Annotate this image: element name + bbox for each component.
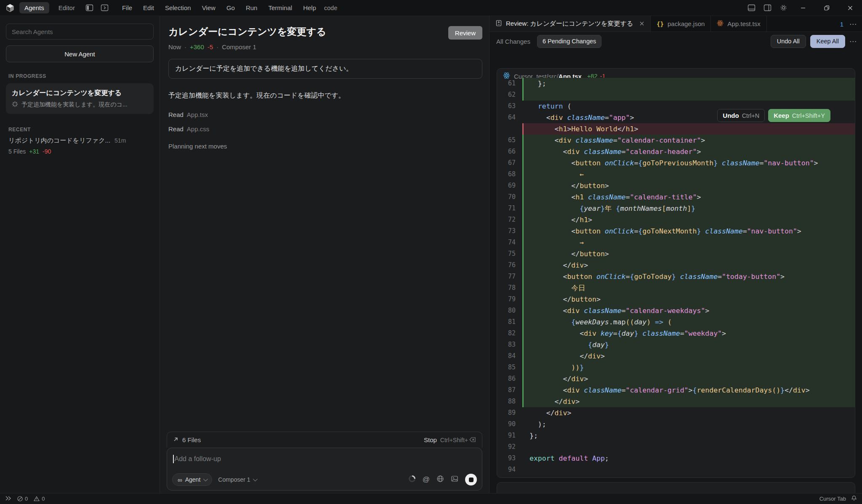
changed-files-bar[interactable]: 6 Files Stop Ctrl+Shift+ — [167, 432, 482, 448]
editor-tab-0[interactable]: Review: カレンダーにコンテンツを変更する — [490, 16, 651, 32]
code-line[interactable]: 88 </div> — [497, 396, 855, 407]
tab-editor[interactable]: Editor — [53, 2, 80, 13]
follow-up-input[interactable]: Add a follow-up ∞ Agent Composer 1 — [167, 448, 482, 491]
tabs-container: Review: カレンダーにコンテンツを変更する{}package.jsonAp… — [490, 16, 767, 32]
settings-gear-icon[interactable] — [778, 3, 789, 13]
code-line[interactable]: 72 </h1> — [497, 214, 855, 225]
code-line[interactable]: 93export default App; — [497, 453, 855, 464]
cursor-tab-status[interactable]: Cursor Tab — [819, 496, 846, 502]
code-line[interactable]: 79 </button> — [497, 294, 855, 305]
code-line[interactable]: 86 </div> — [497, 373, 855, 385]
code-line[interactable]: 90 ); — [497, 419, 855, 430]
tab-agents[interactable]: Agents — [19, 2, 49, 13]
code-line[interactable]: 87 <div className="calendar-grid">{rende… — [497, 385, 855, 396]
menu-terminal[interactable]: Terminal — [264, 3, 296, 13]
minimize-button[interactable] — [791, 0, 815, 16]
mention-icon[interactable]: @ — [423, 475, 430, 484]
code-line[interactable]: 77 <button onClick={goToToday} className… — [497, 271, 855, 282]
maximize-restore-button[interactable] — [815, 0, 838, 16]
code-line[interactable]: 71 {year}年 {monthNames[month]} — [497, 203, 855, 214]
recent-agent-item[interactable]: リポジトリ内のコードをリファク... 51m 5 Files +31 -90 — [6, 137, 154, 155]
stop-button[interactable]: Stop Ctrl+Shift+ — [424, 436, 476, 443]
menu-file[interactable]: File — [118, 3, 136, 13]
code-text: {year}年 {monthNames[month]} — [524, 203, 855, 214]
new-agent-button[interactable]: New Agent — [6, 45, 154, 62]
code-line[interactable]: 69 </button> — [497, 180, 855, 191]
menu-view[interactable]: View — [198, 3, 220, 13]
menu-edit[interactable]: Edit — [139, 3, 158, 13]
toggle-panel-right-icon[interactable] — [762, 3, 773, 13]
keep-all-button[interactable]: Keep All — [810, 35, 845, 48]
code-line[interactable]: 82 <div key={day} className="weekday"> — [497, 328, 855, 339]
pending-changes-button[interactable]: 6 Pending Changes — [537, 35, 601, 48]
undo-all-button[interactable]: Undo All — [771, 35, 806, 48]
line-number: 91 — [497, 430, 522, 441]
layout-panel-arrow-icon[interactable] — [99, 3, 110, 13]
code-line[interactable]: 74 → — [497, 237, 855, 248]
errors-indicator[interactable]: 0 — [17, 496, 28, 502]
bell-icon[interactable] — [851, 495, 857, 502]
editor-tab-2[interactable]: App.test.tsx — [711, 16, 766, 32]
code-line[interactable]: 78 今日 — [497, 282, 855, 294]
tool-action-label: Read — [168, 111, 184, 118]
code-line[interactable]: 94 — [497, 464, 855, 475]
separator-dot — [216, 43, 218, 50]
code-line[interactable]: 83 {day} — [497, 339, 855, 350]
code-line[interactable]: 85 ))} — [497, 362, 855, 373]
code-line[interactable]: 91}; — [497, 430, 855, 441]
line-number: 84 — [497, 350, 522, 362]
layout-sidebar-icon[interactable] — [84, 3, 95, 13]
code-line[interactable]: 89 </div> — [497, 407, 855, 419]
all-changes-label[interactable]: All Changes — [495, 38, 532, 45]
code-line[interactable]: 81 {weekDays.map((day) => ( — [497, 316, 855, 328]
more-actions-icon[interactable]: ⋯ — [849, 37, 857, 46]
code-line[interactable]: 70 <h1 className="calendar-title"> — [497, 191, 855, 203]
stop-generation-button[interactable] — [465, 474, 477, 485]
warnings-indicator[interactable]: 0 — [34, 496, 45, 502]
code-line[interactable]: 61 }; — [497, 78, 855, 89]
code-line[interactable]: 65 <div className="calendar-container"> — [497, 135, 855, 146]
close-window-button[interactable] — [838, 0, 862, 16]
agent-card-in-progress[interactable]: カレンダーにコンテンツを変更する 予定追加機能を実装します。現在のコ... — [6, 83, 154, 114]
code-line[interactable]: 84 </div> — [497, 350, 855, 362]
menu-selection[interactable]: Selection — [161, 3, 195, 13]
code-text: 今日 — [524, 282, 855, 294]
toggle-panel-bottom-icon[interactable] — [746, 3, 757, 13]
search-agents-input[interactable]: Search Agents — [6, 24, 154, 40]
tool-call-row[interactable]: ReadApp.css — [168, 125, 482, 133]
model-dropdown[interactable]: Composer 1 — [218, 476, 256, 483]
menu-run[interactable]: Run — [242, 3, 262, 13]
undo-change-button[interactable]: Undo Ctrl+N — [717, 109, 765, 122]
code-line[interactable]: 76 </div> — [497, 260, 855, 271]
user-message: カレンダーに予定を追加できる機能を追加してください。 — [168, 59, 482, 79]
agent-mode-dropdown[interactable]: ∞ Agent — [172, 473, 212, 486]
code-line[interactable]: 73 <button onClick={goToNextMonth} class… — [497, 225, 855, 237]
code-line[interactable]: 92 — [497, 441, 855, 453]
code-editor[interactable]: 61 };6263 return (64 <div className="app… — [497, 78, 855, 475]
code-text: {day} — [524, 339, 855, 350]
code-line[interactable]: 67 <button onClick={goToPreviousMonth} c… — [497, 157, 855, 169]
menu-go[interactable]: Go — [222, 3, 239, 13]
line-number: 75 — [497, 248, 522, 260]
close-tab-icon[interactable] — [639, 21, 644, 27]
recent-item-title: リポジトリ内のコードをリファク... — [8, 137, 110, 145]
editor-tab-1[interactable]: {}package.json — [651, 16, 711, 32]
menu-help[interactable]: Help — [299, 3, 320, 13]
code-line[interactable]: 66 <div className="calendar-header"> — [497, 146, 855, 157]
hidden-tabs-count[interactable]: 1 — [840, 21, 843, 28]
tool-call-row[interactable]: ReadApp.tsx — [168, 111, 482, 118]
code-text: {weekDays.map((day) => ( — [524, 316, 855, 328]
review-button[interactable]: Review — [448, 26, 482, 40]
remote-indicator-icon[interactable] — [5, 496, 11, 502]
keep-change-button[interactable]: Keep Ctrl+Shift+Y — [768, 109, 830, 122]
code-line[interactable]: 62 — [497, 89, 855, 101]
code-line[interactable]: 68 ← — [497, 169, 855, 180]
diff-scroll-area[interactable]: Cursor_test/src/App.tsx +82 -1 61 };6263… — [490, 50, 862, 493]
image-attach-icon[interactable] — [451, 475, 458, 484]
web-globe-icon[interactable] — [436, 475, 444, 484]
code-line[interactable]: 75 </button> — [497, 248, 855, 260]
code-line[interactable]: <h1>Hello World</h1> — [497, 123, 855, 135]
code-text — [524, 89, 855, 101]
code-line[interactable]: 80 <div className="calendar-weekdays"> — [497, 305, 855, 316]
more-actions-icon[interactable]: ⋯ — [849, 20, 857, 29]
